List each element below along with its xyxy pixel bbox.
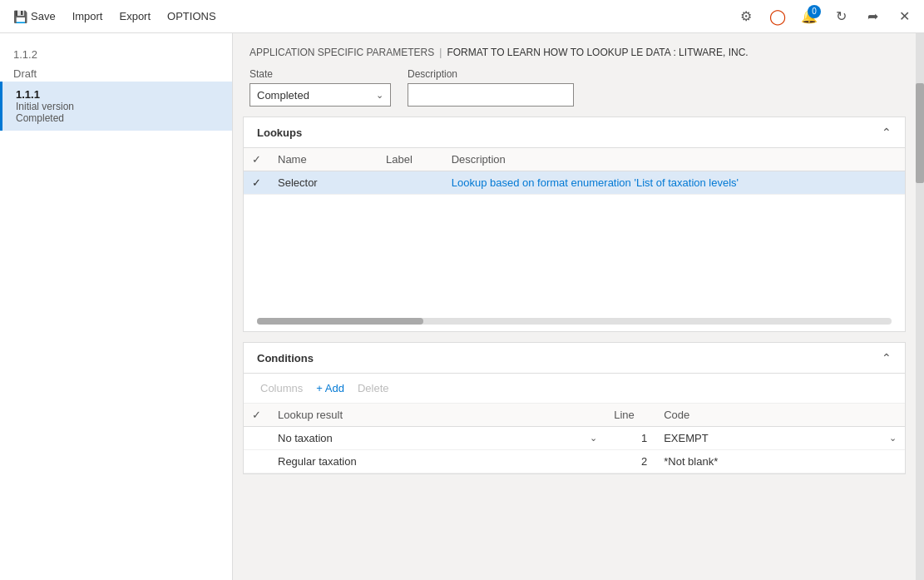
cond-row-line: 1: [605, 427, 655, 450]
cond-col-lookup-result: Lookup result: [269, 404, 605, 427]
sidebar-item-version: 1.1.1: [16, 88, 219, 101]
lookups-header-row: ✓ Name Label Description: [244, 148, 905, 171]
chevron-down-icon: ⌄: [590, 433, 597, 444]
lookups-section: Lookups ⌃ ✓ Name Label Description: [243, 116, 906, 332]
state-field-group: State Completed ⌄: [250, 68, 391, 107]
lookups-col-description: Description: [443, 148, 905, 171]
popout-icon: ➦: [867, 8, 878, 24]
conditions-table: ✓ Lookup result Line Code No taxation: [244, 404, 905, 473]
columns-label: Columns: [260, 382, 303, 394]
toolbar-right: ⚙ ◯ 🔔 0 ↻ ➦ ✕: [733, 3, 917, 30]
breadcrumb-separator: |: [439, 47, 442, 58]
breadcrumb-part1: APPLICATION SPECIFIC PARAMETERS: [250, 47, 434, 58]
lookups-col-label: Label: [378, 148, 443, 171]
lookups-empty-space: [244, 195, 905, 311]
options-label: OPTIONS: [167, 10, 216, 22]
cond-col-line: Line: [605, 404, 655, 427]
cond-row-lookup-result: Regular taxation: [269, 450, 605, 473]
content-scroll-wrapper: APPLICATION SPECIFIC PARAMETERS | FORMAT…: [233, 33, 924, 580]
cond-row-check: [244, 450, 269, 473]
cond-row-code: *Not blank*: [655, 450, 905, 473]
conditions-title: Conditions: [257, 352, 314, 364]
lookups-table-scroll: ✓ Name Label Description ✓ Selector: [244, 148, 905, 195]
import-button[interactable]: Import: [66, 7, 110, 26]
state-label: State: [250, 68, 391, 80]
sidebar-version-above-label: 1.1.2: [13, 48, 37, 61]
lookups-table: ✓ Name Label Description ✓ Selector: [244, 148, 905, 195]
import-label: Import: [72, 10, 103, 22]
export-label: Export: [119, 10, 151, 22]
save-button[interactable]: 💾 Save: [7, 7, 62, 27]
conditions-section-header: Conditions ⌃: [244, 343, 905, 374]
description-field-group: Description: [408, 68, 574, 107]
sidebar-item-1-1-1[interactable]: 1.1.1 Initial version Completed: [0, 82, 232, 131]
conditions-header-row: ✓ Lookup result Line Code: [244, 404, 905, 427]
vertical-scrollbar[interactable]: [916, 33, 924, 580]
delete-button[interactable]: Delete: [354, 380, 393, 396]
content-area: APPLICATION SPECIFIC PARAMETERS | FORMAT…: [233, 33, 916, 580]
sidebar-item-sublabel: Initial version: [16, 101, 219, 112]
table-row[interactable]: ✓ Selector Lookup based on format enumer…: [244, 171, 905, 195]
notification-badge: 0: [808, 5, 821, 18]
close-icon: ✕: [899, 8, 910, 24]
description-label: Description: [408, 68, 574, 80]
row-label: [378, 171, 443, 195]
export-button[interactable]: Export: [112, 7, 157, 26]
office-button[interactable]: ◯: [764, 3, 791, 30]
add-button[interactable]: + Add: [313, 380, 348, 396]
lookups-section-header: Lookups ⌃: [244, 117, 905, 148]
main-layout: 1.1.2 Draft 1.1.1 Initial version Comple…: [0, 33, 924, 580]
conditions-collapse-button[interactable]: ⌃: [882, 351, 892, 364]
columns-button[interactable]: Columns: [257, 380, 306, 396]
settings-icon: ⚙: [740, 8, 752, 24]
cond-row-check: [244, 427, 269, 450]
state-dropdown[interactable]: Completed ⌄: [250, 83, 391, 107]
options-button[interactable]: OPTIONS: [161, 7, 223, 26]
chevron-down-icon: ⌄: [889, 433, 897, 444]
office-icon: ◯: [769, 7, 786, 26]
close-button[interactable]: ✕: [891, 3, 917, 30]
breadcrumb: APPLICATION SPECIFIC PARAMETERS | FORMAT…: [233, 33, 916, 65]
cond-row-code: EXEMPT ⌄: [655, 427, 905, 450]
chevron-up-icon: ⌃: [882, 126, 892, 139]
lookups-horizontal-scrollbar[interactable]: [257, 318, 892, 325]
save-icon: 💾: [13, 10, 27, 23]
popout-button[interactable]: ➦: [859, 3, 886, 30]
lookups-collapse-button[interactable]: ⌃: [882, 126, 892, 139]
conditions-toolbar: Columns + Add Delete: [244, 374, 905, 404]
row-name: Selector: [269, 171, 378, 195]
cond-col-code: Code: [655, 404, 905, 427]
lookups-col-name: Name: [269, 148, 378, 171]
save-label: Save: [31, 10, 56, 22]
cond-col-check: ✓: [244, 404, 269, 427]
description-input[interactable]: [408, 83, 574, 107]
lookups-col-check: ✓: [244, 148, 269, 171]
scrollbar-thumb: [916, 83, 924, 183]
chevron-down-icon: ⌄: [376, 90, 383, 101]
breadcrumb-part2: FORMAT TO LEARN HOW TO LOOKUP LE DATA : …: [447, 47, 748, 58]
state-value: Completed: [257, 89, 309, 102]
lookups-scroll-track-wrapper: [244, 311, 905, 331]
state-description-row: State Completed ⌄ Description: [233, 65, 916, 116]
lookups-title: Lookups: [257, 126, 302, 139]
refresh-icon: ↻: [836, 8, 847, 24]
table-row[interactable]: No taxation ⌄ 1 EXEMPT ⌄: [244, 427, 905, 450]
sidebar: 1.1.2 Draft 1.1.1 Initial version Comple…: [0, 33, 233, 580]
notifications-button[interactable]: 🔔 0: [796, 3, 823, 30]
row-check: ✓: [244, 171, 269, 195]
conditions-section: Conditions ⌃ Columns + Add Delete: [243, 342, 906, 474]
table-row[interactable]: Regular taxation 2 *Not blank*: [244, 450, 905, 473]
toolbar: 💾 Save Import Export OPTIONS ⚙ ◯ 🔔 0 ↻ ➦…: [0, 0, 924, 33]
delete-label: Delete: [358, 382, 389, 394]
sidebar-item-status: Completed: [16, 112, 219, 124]
cond-row-lookup-result: No taxation ⌄: [269, 427, 605, 450]
settings-button[interactable]: ⚙: [733, 3, 759, 30]
row-description: Lookup based on format enumeration 'List…: [443, 171, 905, 195]
refresh-button[interactable]: ↻: [828, 3, 854, 30]
chevron-up-icon: ⌃: [882, 351, 892, 364]
sidebar-draft-label: Draft: [0, 66, 232, 82]
sidebar-version-above: 1.1.2: [0, 43, 232, 66]
add-label: + Add: [316, 382, 344, 394]
lookups-scroll-thumb: [257, 318, 423, 325]
cond-row-line: 2: [605, 450, 655, 473]
